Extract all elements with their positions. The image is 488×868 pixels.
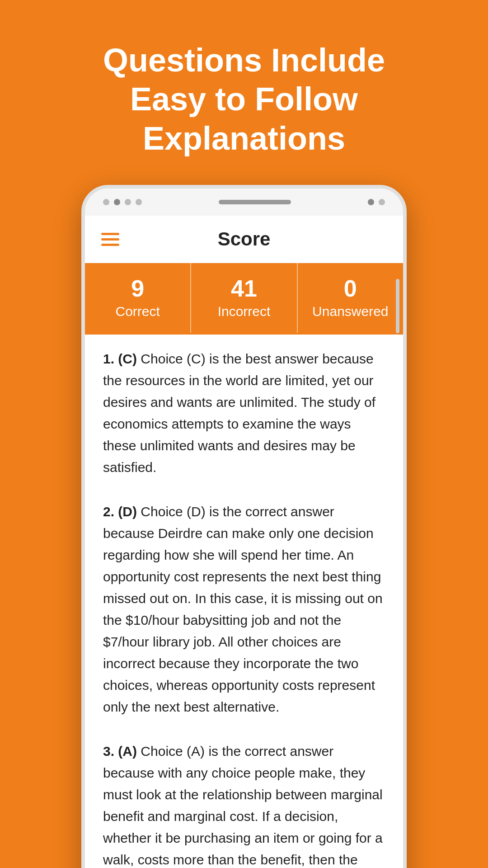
- question-2-body: Choice (D) is the correct answer because…: [103, 504, 383, 714]
- question-item-2: 2. (D) Choice (D) is the correct answer …: [103, 501, 385, 718]
- dot-6: [379, 199, 385, 205]
- header-section: Questions Include Easy to Follow Explana…: [0, 41, 488, 158]
- question-3-body: Choice (A) is the correct answer because…: [103, 744, 383, 868]
- app-header: Score: [85, 216, 403, 263]
- header-title: Questions Include Easy to Follow Explana…: [36, 41, 452, 158]
- dot-4: [136, 199, 142, 205]
- question-item-3: 3. (A) Choice (A) is the correct answer …: [103, 741, 385, 868]
- question-1-body: Choice (C) is the best answer because th…: [103, 351, 375, 475]
- hamburger-menu[interactable]: [101, 233, 119, 246]
- question-2-number: 2. (D): [103, 504, 137, 519]
- phone-top-bar: [85, 189, 403, 216]
- question-text-3: 3. (A) Choice (A) is the correct answer …: [103, 741, 385, 868]
- phone-notch: [219, 200, 291, 204]
- top-dots-right: [368, 199, 385, 205]
- score-unanswered-cell: 0 Unanswered: [298, 263, 403, 333]
- incorrect-number: 41: [196, 277, 292, 300]
- app-title: Score: [119, 228, 369, 250]
- incorrect-label: Incorrect: [196, 304, 292, 319]
- score-correct-cell: 9 Correct: [85, 263, 191, 333]
- header-line2: Easy to Follow Explanations: [130, 81, 358, 156]
- question-1-number: 1. (C): [103, 351, 137, 366]
- hamburger-line-2: [101, 238, 119, 241]
- dot-2: [114, 199, 120, 205]
- question-text-1: 1. (C) Choice (C) is the best answer bec…: [103, 348, 385, 478]
- scrollbar[interactable]: [396, 279, 399, 333]
- dot-3: [125, 199, 131, 205]
- question-3-number: 3. (A): [103, 744, 137, 759]
- question-text-2: 2. (D) Choice (D) is the correct answer …: [103, 501, 385, 718]
- hamburger-line-1: [101, 233, 119, 235]
- correct-number: 9: [89, 277, 186, 300]
- questions-content: 1. (C) Choice (C) is the best answer bec…: [85, 335, 403, 868]
- phone-frame: Score 9 Correct 41 Incorrect 0 Unanswere…: [81, 185, 407, 868]
- unanswered-number: 0: [302, 277, 399, 300]
- question-item-1: 1. (C) Choice (C) is the best answer bec…: [103, 348, 385, 478]
- header-line1: Questions Include: [103, 42, 385, 78]
- dot-1: [103, 199, 109, 205]
- dot-5: [368, 199, 374, 205]
- hamburger-line-3: [101, 244, 119, 246]
- score-bar: 9 Correct 41 Incorrect 0 Unanswered: [85, 263, 403, 333]
- score-incorrect-cell: 41 Incorrect: [191, 263, 297, 333]
- correct-label: Correct: [89, 304, 186, 319]
- top-dots-left: [103, 199, 142, 205]
- unanswered-label: Unanswered: [302, 304, 399, 319]
